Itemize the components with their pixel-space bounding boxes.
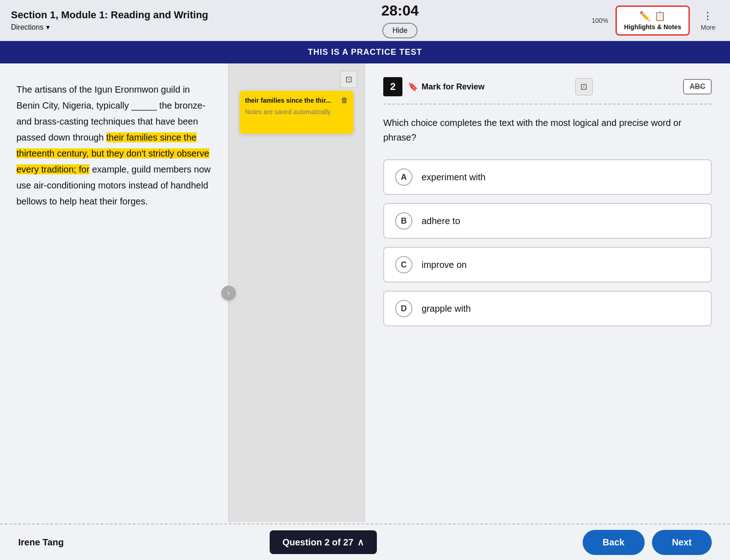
hide-button[interactable]: Hide — [382, 23, 417, 38]
option-c[interactable]: C improve on — [383, 247, 712, 283]
directions-label: Directions — [11, 23, 43, 31]
option-d-text: grapple with — [422, 304, 471, 314]
question-nav-button[interactable]: Question 2 of 27 ∧ — [270, 530, 377, 554]
option-d[interactable]: D grapple with — [383, 291, 712, 326]
more-button[interactable]: ⋮ More — [697, 6, 719, 35]
nav-buttons: Back Next — [583, 530, 712, 555]
more-label: More — [701, 24, 715, 31]
question-nav-label: Question 2 of 27 — [282, 537, 354, 548]
more-dots-icon: ⋮ — [703, 10, 714, 22]
option-b[interactable]: B adhere to — [383, 203, 712, 239]
main-content: The artisans of the Igun Eronmwon guild … — [0, 63, 730, 522]
question-panel: 2 🔖 Mark for Review ⊡ ABC Which choice c… — [365, 63, 730, 522]
mark-review-button[interactable]: 🔖 Mark for Review — [408, 82, 485, 92]
option-b-circle: B — [395, 212, 412, 230]
trash-icon: 🗑 — [341, 96, 348, 104]
section-title: Section 1, Module 1: Reading and Writing — [11, 9, 208, 21]
note-popup-title: their families since the thir... — [245, 97, 337, 104]
option-c-circle: C — [395, 256, 412, 273]
header: Section 1, Module 1: Reading and Writing… — [0, 0, 730, 41]
option-d-circle: D — [395, 300, 412, 317]
note-popup-header: their families since the thir... 🗑 — [245, 96, 348, 105]
back-button[interactable]: Back — [583, 530, 645, 555]
note-delete-button[interactable]: 🗑 — [341, 96, 348, 105]
middle-panel: ⊡ their families since the thir... 🗑 › — [228, 63, 365, 522]
expand-question-icon: ⊡ — [580, 82, 587, 92]
option-c-text: improve on — [422, 260, 467, 270]
option-a-text: experiment with — [422, 172, 485, 183]
chevron-right-icon: › — [227, 289, 229, 297]
highlights-notes-button[interactable]: ✏️ 📋 Highlights & Notes — [615, 5, 690, 36]
header-right: 100% ✏️ 📋 Highlights & Notes ⋮ More — [592, 5, 719, 36]
battery-status: 100% — [592, 17, 608, 24]
bookmark-icon: 🔖 — [408, 82, 418, 92]
highlights-notes-icons: ✏️ 📋 — [639, 10, 666, 21]
abc-label: ABC — [689, 83, 705, 90]
question-number-badge: 2 — [383, 77, 402, 96]
note-popup: their families since the thir... 🗑 — [240, 91, 354, 134]
pencil-icon: ✏️ — [639, 10, 651, 21]
timer: 28:04 — [381, 2, 419, 19]
passage-panel: The artisans of the Igun Eronmwon guild … — [0, 63, 228, 522]
passage-text: The artisans of the Igun Eronmwon guild … — [16, 82, 212, 209]
option-a[interactable]: A experiment with — [383, 159, 712, 195]
expand-icon: ⊡ — [345, 74, 352, 84]
question-number-area: 2 🔖 Mark for Review — [383, 77, 485, 96]
expand-passage-button[interactable]: ⊡ — [340, 71, 357, 88]
header-left: Section 1, Module 1: Reading and Writing… — [11, 9, 208, 31]
highlights-notes-label: Highlights & Notes — [624, 23, 681, 31]
footer: Irene Tang Question 2 of 27 ∧ Back Next — [0, 523, 730, 560]
next-button[interactable]: Next — [652, 530, 712, 555]
notes-icon: 📋 — [654, 10, 666, 21]
header-center: 28:04 Hide — [381, 2, 419, 38]
question-header: 2 🔖 Mark for Review ⊡ ABC — [383, 77, 712, 105]
chevron-up-icon: ∧ — [357, 537, 364, 548]
expand-question-button[interactable]: ⊡ — [575, 78, 593, 95]
student-name: Irene Tang — [18, 537, 64, 548]
option-b-text: adhere to — [422, 216, 460, 226]
note-textarea[interactable] — [245, 108, 348, 126]
mark-review-label: Mark for Review — [422, 82, 485, 92]
collapse-panel-button[interactable]: › — [221, 286, 236, 300]
chevron-down-icon: ▾ — [46, 23, 50, 31]
option-a-circle: A — [395, 168, 412, 186]
directions-button[interactable]: Directions ▾ — [11, 23, 208, 31]
abc-strikethrough-button[interactable]: ABC — [683, 79, 712, 94]
practice-banner: THIS IS A PRACTICE TEST — [0, 41, 730, 63]
question-prompt: Which choice completes the text with the… — [383, 115, 712, 145]
